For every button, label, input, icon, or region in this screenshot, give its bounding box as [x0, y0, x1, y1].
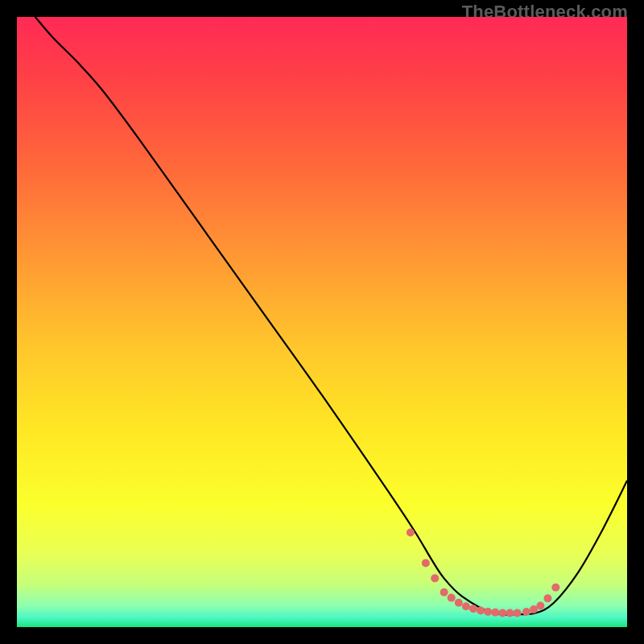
highlight-dot: [522, 608, 530, 616]
highlight-dot: [422, 559, 430, 567]
highlight-dot: [536, 601, 544, 609]
chart-svg: [17, 17, 627, 627]
highlight-dot: [543, 594, 551, 602]
highlight-dot: [477, 607, 485, 615]
highlight-dot: [431, 574, 439, 582]
gradient-background: [17, 17, 627, 627]
highlight-dot: [455, 599, 463, 607]
highlight-dot: [440, 588, 448, 597]
highlight-dot: [491, 609, 499, 617]
highlight-dot: [498, 609, 506, 617]
highlight-dot: [407, 529, 415, 537]
highlight-dot: [506, 609, 514, 617]
plot-area: [17, 17, 627, 627]
highlight-dot: [514, 609, 522, 617]
chart-frame: TheBottleneck.com: [0, 0, 644, 644]
highlight-dot: [484, 608, 492, 616]
highlight-dot: [469, 605, 477, 613]
highlight-dot: [462, 602, 470, 610]
highlight-dot: [448, 594, 456, 602]
highlight-dot: [551, 584, 559, 592]
